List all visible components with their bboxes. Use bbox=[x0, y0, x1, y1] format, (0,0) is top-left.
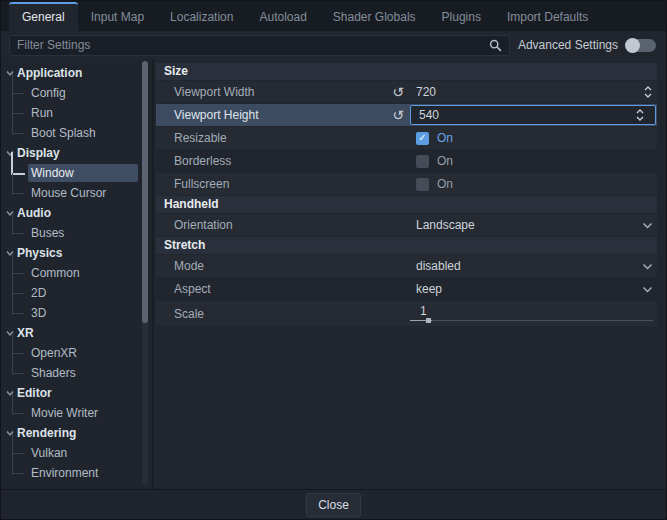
property-label: Fullscreen bbox=[174, 177, 229, 191]
tab-autoload[interactable]: Autoload bbox=[246, 2, 319, 31]
revert-icon[interactable]: ↺ bbox=[392, 108, 404, 122]
tab-input-map[interactable]: Input Map bbox=[78, 2, 157, 31]
checkbox-unchecked-icon[interactable] bbox=[416, 178, 429, 191]
search-icon bbox=[489, 39, 502, 52]
slider-track[interactable] bbox=[410, 320, 653, 321]
tree-item-movie-writer[interactable]: Movie Writer bbox=[1, 403, 152, 423]
property-label: Resizable bbox=[174, 131, 227, 145]
property-row-mode: Mode disabled bbox=[156, 255, 657, 277]
property-row-viewport-width: Viewport Width ↺ 720 bbox=[156, 81, 657, 103]
chevron-down-icon bbox=[642, 222, 657, 229]
checkbox-unchecked-icon[interactable] bbox=[416, 155, 429, 168]
spinner-updown-icon[interactable] bbox=[635, 108, 649, 122]
viewport-height-value[interactable]: 540 bbox=[419, 108, 439, 122]
settings-tree: Application Config Run Boot Splash Displ… bbox=[1, 59, 154, 489]
property-label: Orientation bbox=[174, 218, 233, 232]
tree-scrollbar-thumb[interactable] bbox=[142, 61, 148, 323]
revert-icon[interactable]: ↺ bbox=[392, 85, 404, 99]
chevron-down-icon bbox=[642, 263, 657, 270]
property-row-viewport-height: Viewport Height ↺ 540 bbox=[156, 104, 657, 126]
chevron-down-icon bbox=[642, 286, 657, 293]
property-label: Viewport Height bbox=[174, 108, 259, 122]
tree-item-3d[interactable]: 3D bbox=[1, 303, 152, 323]
property-row-fullscreen: Fullscreen On bbox=[156, 173, 657, 195]
project-settings-dialog: General Input Map Localization Autoload … bbox=[0, 0, 667, 520]
checkbox-state-text: On bbox=[437, 177, 453, 191]
property-row-resizable: Resizable ✓ On bbox=[156, 127, 657, 149]
tree-scrollbar[interactable] bbox=[142, 61, 148, 485]
property-label: Borderless bbox=[174, 154, 231, 168]
stretch-mode-dropdown[interactable]: disabled bbox=[408, 255, 657, 277]
tree-item-mouse-cursor[interactable]: Mouse Cursor bbox=[1, 183, 152, 203]
tree-item-shaders[interactable]: Shaders bbox=[1, 363, 152, 383]
property-row-aspect: Aspect keep bbox=[156, 278, 657, 300]
property-label: Mode bbox=[174, 259, 204, 273]
section-header-stretch: Stretch bbox=[156, 237, 657, 254]
settings-body: Application Config Run Boot Splash Displ… bbox=[1, 59, 666, 489]
dialog-footer: Close bbox=[1, 489, 666, 519]
advanced-settings-label: Advanced Settings bbox=[518, 38, 618, 52]
viewport-height-spinbox[interactable]: 540 bbox=[410, 105, 656, 125]
viewport-width-value[interactable]: 720 bbox=[416, 85, 436, 99]
property-label: Aspect bbox=[174, 282, 211, 296]
slider-grabber[interactable] bbox=[426, 318, 431, 323]
property-row-borderless: Borderless On bbox=[156, 150, 657, 172]
close-button[interactable]: Close bbox=[306, 493, 361, 517]
tab-general[interactable]: General bbox=[9, 2, 78, 31]
tab-plugins[interactable]: Plugins bbox=[429, 2, 494, 31]
tree-item-environment[interactable]: Environment bbox=[1, 463, 152, 483]
spinner-updown-icon[interactable] bbox=[643, 85, 657, 99]
tree-item-boot-splash[interactable]: Boot Splash bbox=[1, 123, 152, 143]
advanced-settings-toggle[interactable] bbox=[626, 39, 656, 52]
orientation-dropdown[interactable]: Landscape bbox=[408, 214, 657, 236]
inspector-panel: Size Viewport Width ↺ 720 Viewport Heigh… bbox=[154, 59, 666, 489]
tab-import-defaults[interactable]: Import Defaults bbox=[494, 2, 601, 31]
property-label: Scale bbox=[174, 307, 204, 321]
scale-value[interactable]: 1 bbox=[420, 304, 427, 318]
stretch-aspect-dropdown[interactable]: keep bbox=[408, 278, 657, 300]
tab-shader-globals[interactable]: Shader Globals bbox=[320, 2, 429, 31]
filter-row: Advanced Settings bbox=[1, 31, 666, 59]
property-label: Viewport Width bbox=[174, 85, 254, 99]
filter-settings-input[interactable] bbox=[17, 38, 489, 52]
filter-settings-box[interactable] bbox=[9, 35, 510, 56]
checkbox-state-text: On bbox=[437, 154, 453, 168]
property-row-orientation: Orientation Landscape bbox=[156, 214, 657, 236]
toggle-knob bbox=[625, 38, 640, 53]
tab-bar: General Input Map Localization Autoload … bbox=[1, 1, 666, 31]
checkbox-state-text: On bbox=[437, 131, 453, 145]
checkbox-checked-icon[interactable]: ✓ bbox=[416, 132, 429, 145]
scale-slider[interactable]: 1 bbox=[408, 301, 657, 326]
property-row-scale: Scale 1 bbox=[156, 301, 657, 326]
section-header-size: Size bbox=[156, 63, 657, 80]
tree-item-buses[interactable]: Buses bbox=[1, 223, 152, 243]
tab-localization[interactable]: Localization bbox=[157, 2, 246, 31]
section-header-handheld: Handheld bbox=[156, 196, 657, 213]
